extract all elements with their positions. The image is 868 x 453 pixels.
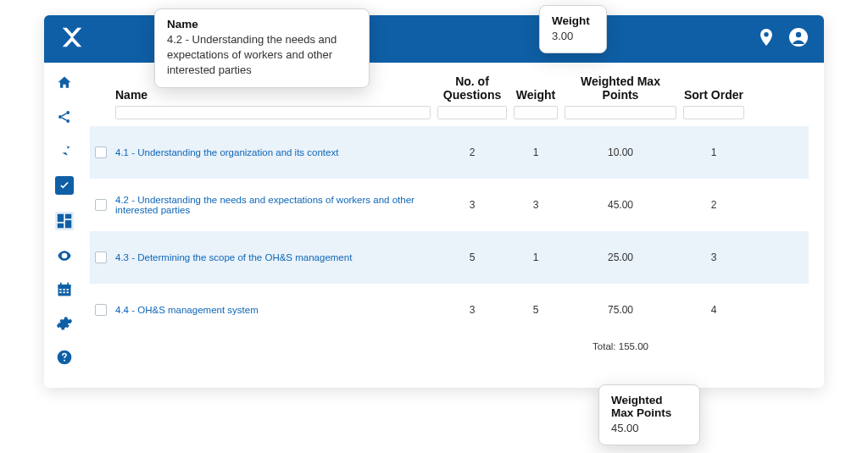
row-sort: 3 (680, 251, 748, 263)
svg-point-9 (64, 255, 66, 257)
row-wmp: 25.00 (561, 251, 680, 263)
row-name-link[interactable]: 4.1 - Understanding the organization and… (112, 147, 434, 157)
svg-rect-5 (58, 214, 64, 222)
row-name-link[interactable]: 4.2 - Understanding the needs and expect… (112, 195, 434, 215)
table-row[interactable]: 4.3 - Determining the scope of the OH&S … (90, 231, 809, 284)
filter-questions-input[interactable] (437, 106, 507, 119)
tooltip-weight-card: Weight 3.00 (539, 5, 607, 53)
checkbox-icon[interactable] (55, 176, 74, 195)
svg-rect-6 (65, 214, 71, 219)
row-weight: 3 (510, 199, 561, 211)
tooltip-title: Name (167, 18, 357, 30)
row-wmp: 45.00 (561, 199, 680, 211)
row-checkbox[interactable] (95, 199, 107, 211)
row-sort: 4 (680, 304, 748, 316)
filter-sort-input[interactable] (683, 106, 744, 119)
row-sort: 1 (680, 146, 748, 158)
svg-rect-14 (59, 289, 62, 290)
total-row: Total: 155.00 (90, 341, 809, 351)
user-avatar-icon[interactable] (788, 27, 809, 51)
svg-point-2 (58, 115, 62, 119)
tooltip-wmp-card: Weighted Max Points 45.00 (598, 384, 700, 445)
main-content: Name No. of Questions Weight Weighted Ma… (85, 63, 824, 388)
row-weight: 1 (510, 251, 561, 263)
svg-rect-17 (59, 292, 62, 294)
svg-rect-13 (67, 283, 69, 285)
row-wmp: 75.00 (561, 304, 680, 316)
col-questions-header[interactable]: No. of Questions (434, 75, 510, 102)
row-questions: 2 (434, 146, 510, 158)
table-row[interactable]: 4.4 - OH&S management system 3 5 75.00 4 (90, 284, 809, 336)
svg-point-4 (66, 119, 70, 123)
table-row[interactable]: 4.2 - Understanding the needs and expect… (90, 179, 809, 231)
row-questions: 5 (434, 251, 510, 263)
svg-point-3 (66, 111, 70, 114)
filter-name-input[interactable] (115, 106, 431, 119)
svg-rect-19 (67, 292, 70, 294)
svg-rect-8 (58, 224, 64, 229)
row-weight: 1 (510, 146, 561, 158)
share-icon[interactable] (56, 108, 73, 125)
tooltip-body: 45.00 (611, 421, 687, 436)
row-sort: 2 (680, 199, 748, 211)
tooltip-body: 3.00 (552, 29, 594, 44)
filter-wmp-input[interactable] (565, 106, 676, 119)
row-name-link[interactable]: 4.3 - Determining the scope of the OH&S … (112, 252, 434, 262)
tooltip-body: 4.2 - Understanding the needs and expect… (167, 32, 357, 79)
column-filters (90, 103, 809, 126)
row-checkbox[interactable] (95, 146, 107, 158)
home-icon[interactable] (56, 75, 73, 91)
col-weight-header[interactable]: Weight (510, 88, 561, 102)
logo-x-icon (59, 25, 85, 53)
svg-rect-16 (67, 289, 70, 290)
svg-rect-18 (63, 292, 65, 294)
data-rows: 4.1 - Understanding the organization and… (90, 126, 809, 336)
eye-icon[interactable] (56, 247, 73, 264)
row-name-link[interactable]: 4.4 - OH&S management system (112, 305, 434, 315)
row-weight: 5 (510, 304, 561, 316)
pin-icon[interactable] (56, 142, 73, 159)
tooltip-title: Weighted Max Points (611, 394, 687, 419)
tooltip-title: Weight (552, 14, 594, 27)
svg-point-21 (64, 360, 65, 362)
svg-rect-11 (58, 285, 71, 287)
col-sort-header[interactable]: Sort Order (680, 88, 748, 102)
svg-rect-15 (63, 289, 65, 290)
row-questions: 3 (434, 199, 510, 211)
total-value: Total: 155.00 (561, 341, 680, 351)
help-icon[interactable] (56, 349, 73, 366)
tooltip-name-card: Name 4.2 - Understanding the needs and e… (154, 8, 370, 88)
row-questions: 3 (434, 304, 510, 316)
svg-rect-7 (65, 220, 71, 228)
table-row[interactable]: 4.1 - Understanding the organization and… (90, 126, 809, 179)
side-nav (44, 63, 85, 388)
row-wmp: 10.00 (561, 146, 680, 158)
calendar-icon[interactable] (56, 281, 73, 298)
col-wmp-header[interactable]: Weighted Max Points (561, 75, 680, 102)
row-checkbox[interactable] (95, 251, 107, 263)
row-checkbox[interactable] (95, 304, 107, 316)
location-pin-icon[interactable] (756, 27, 776, 51)
svg-point-1 (796, 32, 801, 37)
dashboard-grid-icon[interactable] (55, 212, 74, 230)
svg-rect-12 (60, 283, 62, 285)
gear-icon[interactable] (56, 315, 73, 332)
filter-weight-input[interactable] (514, 106, 558, 119)
col-name-header[interactable]: Name (112, 88, 434, 102)
